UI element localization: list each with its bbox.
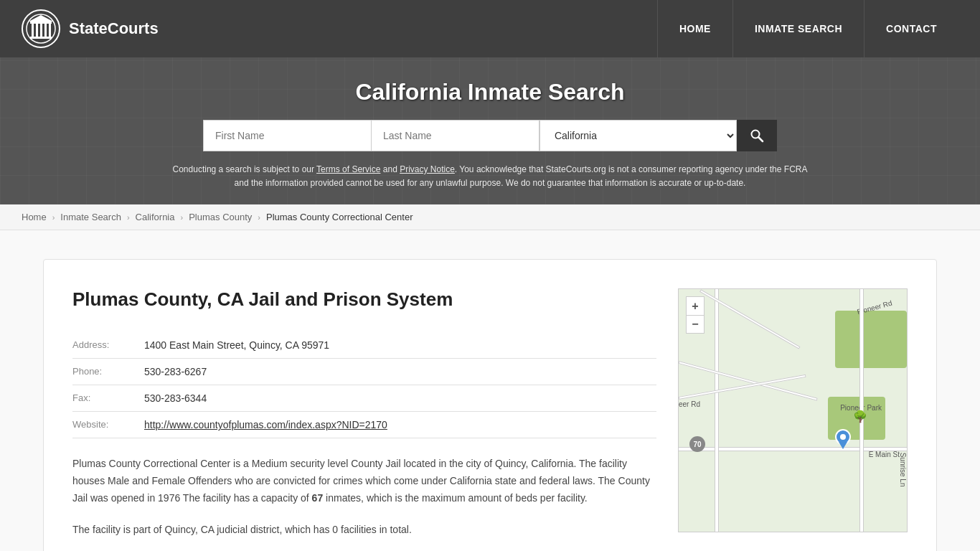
facility-details-table: Address: 1400 East Main Street, Quincy, … [72,332,656,438]
capacity-bold: 67 [312,492,324,504]
hero-disclaimer: Conducting a search is subject to our Te… [167,163,813,190]
breadcrumb-california[interactable]: California [136,212,175,222]
svg-rect-3 [36,24,38,37]
address-label: Address: [72,332,144,359]
svg-marker-14 [839,442,847,449]
facility-title: Plumas County, CA Jail and Prison System [72,288,656,311]
map-area: Pioneer Rd Pioneer Park E Main St Sunris… [678,288,908,551]
svg-rect-5 [44,24,47,37]
fax-value: 530-283-6344 [144,385,656,412]
privacy-link[interactable]: Privacy Notice [400,164,455,174]
svg-rect-8 [30,22,52,24]
search-button[interactable] [737,120,777,151]
address-value: 1400 East Main Street, Quincy, CA 95971 [144,332,656,359]
main-st-label: E Main St [869,451,900,458]
breadcrumb-home[interactable]: Home [22,212,47,222]
main-nav: HOME INMATE SEARCH CONTACT [657,0,958,57]
sunrise-label: Sunrise Ln [900,453,908,487]
table-row: Address: 1400 East Main Street, Quincy, … [72,332,656,359]
content-layout: Plumas County, CA Jail and Prison System… [72,281,908,551]
breadcrumb-sep-2: › [127,213,130,222]
eer-rd-label: eer Rd [679,400,700,408]
svg-point-13 [840,434,846,440]
nav-home[interactable]: HOME [657,0,732,57]
highway-number: 70 [693,441,701,448]
left-road [715,289,719,532]
map-container[interactable]: Pioneer Rd Pioneer Park E Main St Sunris… [678,288,908,532]
svg-rect-7 [30,37,52,39]
hero-content: California Inmate Search Select State Al… [14,79,966,190]
logo[interactable]: StateCourts [22,9,159,48]
facility-info: Plumas County, CA Jail and Prison System… [72,281,656,551]
nav-contact[interactable]: CONTACT [864,0,958,57]
description-2: The facility is part of Quincy, CA judic… [72,522,656,539]
park-tree-icon: 🌳 [853,410,867,423]
breadcrumb-current: Plumas County Correctional Center [266,212,413,222]
svg-line-11 [759,138,763,142]
website-link[interactable]: http://www.countyofplumas.com/index.aspx… [144,419,387,430]
hero-title: California Inmate Search [14,79,966,105]
svg-rect-6 [49,24,51,37]
search-icon [750,128,764,143]
phone-value: 530-283-6267 [144,359,656,385]
breadcrumb-sep-4: › [258,213,260,222]
map-park-top [835,311,907,368]
breadcrumb-sep-1: › [52,213,55,222]
map-controls: + − [686,296,705,334]
svg-rect-2 [32,24,34,37]
last-name-input[interactable] [371,120,540,151]
website-label: Website: [72,412,144,438]
zoom-in-button[interactable]: + [686,296,705,315]
description-1: Plumas County Correctional Center is a M… [72,456,656,507]
state-select[interactable]: Select State Alabama Alaska Arizona Arka… [540,120,737,151]
hero-section: California Inmate Search Select State Al… [0,57,980,204]
svg-marker-9 [29,15,53,22]
breadcrumb-plumas-county[interactable]: Plumas County [189,212,252,222]
breadcrumb-inmate-search[interactable]: Inmate Search [60,212,121,222]
first-name-input[interactable] [203,120,371,151]
main-wrapper: Plumas County, CA Jail and Prison System… [0,230,980,551]
breadcrumb: Home › Inmate Search › California › Plum… [0,204,980,230]
site-header: StateCourts HOME INMATE SEARCH CONTACT [0,0,980,57]
logo-icon [22,9,60,48]
search-bar: Select State Alabama Alaska Arizona Arka… [203,120,777,151]
fax-label: Fax: [72,385,144,412]
breadcrumb-sep-3: › [181,213,184,222]
phone-label: Phone: [72,359,144,385]
facility-card: Plumas County, CA Jail and Prison System… [43,259,937,551]
table-row: Website: http://www.countyofplumas.com/i… [72,412,656,438]
website-value: http://www.countyofplumas.com/index.aspx… [144,412,656,438]
nav-inmate-search[interactable]: INMATE SEARCH [732,0,864,57]
table-row: Phone: 530-283-6267 [72,359,656,385]
zoom-out-button[interactable]: − [686,315,705,334]
svg-rect-4 [40,24,42,37]
terms-link[interactable]: Terms of Service [316,164,380,174]
map-marker[interactable] [835,429,851,453]
table-row: Fax: 530-283-6344 [72,385,656,412]
site-name: StateCourts [69,19,159,38]
